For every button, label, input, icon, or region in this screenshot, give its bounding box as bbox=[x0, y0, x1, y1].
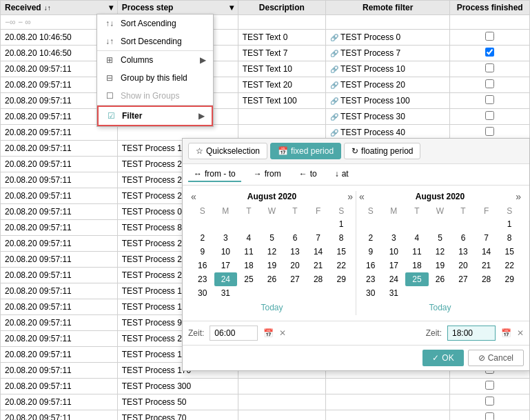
calendar-day[interactable]: 7 bbox=[475, 231, 498, 245]
calendar-day[interactable]: 27 bbox=[283, 272, 307, 286]
table-row[interactable]: 20.08.20 09:57:11 TEST Process 70 bbox=[1, 410, 530, 421]
calendar-day[interactable]: 18 bbox=[237, 259, 261, 272]
cancel-button[interactable]: ⊘ Cancel bbox=[468, 350, 524, 366]
calendar-day[interactable]: 9 bbox=[191, 245, 214, 259]
cell-finished[interactable] bbox=[450, 61, 530, 77]
quickselection-tab[interactable]: ☆ Quickselection bbox=[188, 143, 267, 159]
calendar-day[interactable]: 16 bbox=[191, 259, 214, 272]
cell-finished[interactable] bbox=[450, 93, 530, 109]
calendar-day[interactable]: 30 bbox=[359, 286, 383, 300]
cell-finished[interactable] bbox=[450, 30, 530, 46]
filter-item[interactable]: ☑ Filter ▶ bbox=[97, 106, 213, 126]
calendar-day[interactable]: 31 bbox=[383, 286, 406, 300]
calendar-day[interactable]: 21 bbox=[475, 259, 498, 272]
right-prev-month-button[interactable]: « bbox=[359, 191, 365, 202]
calendar-day[interactable]: 26 bbox=[429, 272, 452, 286]
calendar-day[interactable]: 19 bbox=[429, 259, 452, 272]
calendar-day[interactable]: 17 bbox=[214, 259, 238, 272]
right-time-input[interactable] bbox=[447, 326, 496, 341]
table-row[interactable]: −∞ − ∞ bbox=[1, 15, 530, 30]
cell-finished[interactable] bbox=[450, 46, 530, 61]
from-tab[interactable]: → from bbox=[248, 167, 287, 182]
calendar-day[interactable]: 20 bbox=[451, 259, 475, 272]
group-by-item[interactable]: ⊟ Group by this field bbox=[97, 69, 213, 87]
calendar-day[interactable]: 8 bbox=[498, 231, 521, 245]
calendar-day[interactable]: 25 bbox=[405, 272, 429, 286]
cell-finished[interactable] bbox=[450, 394, 530, 410]
calendar-day[interactable]: 10 bbox=[383, 245, 406, 259]
calendar-day[interactable]: 6 bbox=[451, 231, 475, 245]
calendar-day[interactable]: 13 bbox=[283, 245, 307, 259]
calendar-day[interactable]: 21 bbox=[307, 259, 330, 272]
calendar-day[interactable]: 4 bbox=[405, 231, 429, 245]
table-row[interactable]: 20.08.20 09:57:11 TEST Text 10 🔗 TEST Pr… bbox=[1, 61, 530, 77]
calendar-day[interactable]: 22 bbox=[498, 259, 521, 272]
calendar-day[interactable]: 29 bbox=[329, 272, 353, 286]
calendar-day[interactable]: 3 bbox=[214, 231, 238, 245]
calendar-day[interactable]: 30 bbox=[191, 286, 214, 300]
calendar-day[interactable]: 12 bbox=[261, 245, 284, 259]
calendar-day[interactable]: 2 bbox=[191, 231, 214, 245]
to-tab[interactable]: ← to bbox=[294, 167, 323, 182]
calendar-day[interactable]: 11 bbox=[405, 245, 429, 259]
calendar-day[interactable]: 20 bbox=[283, 259, 307, 272]
left-clear-icon[interactable]: ✕ bbox=[279, 328, 286, 338]
calendar-day[interactable]: 12 bbox=[429, 245, 452, 259]
dropdown-arrow-received[interactable]: ▾ bbox=[109, 3, 113, 12]
cell-finished[interactable] bbox=[450, 77, 530, 93]
col-header-received[interactable]: Received ↓↑ ▾ bbox=[1, 1, 118, 15]
cell-finished[interactable] bbox=[450, 109, 530, 125]
calendar-day[interactable]: 25 bbox=[237, 272, 261, 286]
calendar-day[interactable]: 23 bbox=[359, 272, 383, 286]
calendar-day[interactable]: 22 bbox=[329, 259, 353, 272]
calendar-day[interactable]: 10 bbox=[214, 245, 238, 259]
calendar-day[interactable]: 23 bbox=[191, 272, 214, 286]
fixed-period-tab[interactable]: 📅 fixed period bbox=[270, 143, 341, 159]
calendar-day[interactable]: 31 bbox=[214, 286, 238, 300]
calendar-day[interactable]: 15 bbox=[498, 245, 521, 259]
calendar-day[interactable]: 5 bbox=[429, 231, 452, 245]
columns-item[interactable]: ⊞ Columns ▶ bbox=[97, 51, 213, 69]
sort-descending-item[interactable]: ↓↑ Sort Descending bbox=[97, 32, 213, 50]
calendar-day[interactable]: 27 bbox=[451, 272, 475, 286]
right-next-month-button[interactable]: » bbox=[516, 191, 521, 202]
calendar-day[interactable]: 9 bbox=[359, 245, 383, 259]
calendar-day[interactable]: 19 bbox=[261, 259, 284, 272]
cell-finished[interactable] bbox=[450, 379, 530, 394]
table-row[interactable]: 20.08.20 09:57:11 TEST Process 300 bbox=[1, 379, 530, 394]
table-row[interactable]: 20.08.20 09:57:11 TEST Text 100 🔗 TEST P… bbox=[1, 93, 530, 109]
calendar-day[interactable]: 11 bbox=[237, 245, 261, 259]
calendar-day[interactable]: 14 bbox=[475, 245, 498, 259]
calendar-day[interactable]: 3 bbox=[383, 231, 406, 245]
col-header-process[interactable]: Process step ▾ bbox=[117, 1, 238, 15]
calendar-day[interactable]: 14 bbox=[307, 245, 330, 259]
calendar-day[interactable]: 28 bbox=[307, 272, 330, 286]
calendar-day[interactable]: 4 bbox=[237, 231, 261, 245]
calendar-day[interactable]: 8 bbox=[329, 231, 353, 245]
calendar-day[interactable]: 15 bbox=[329, 245, 353, 259]
left-next-month-button[interactable]: » bbox=[347, 191, 353, 202]
calendar-day[interactable]: 5 bbox=[261, 231, 284, 245]
table-row[interactable]: 20.08.20 09:57:11 TEST Text 20 🔗 TEST Pr… bbox=[1, 77, 530, 93]
calendar-day[interactable]: 2 bbox=[359, 231, 383, 245]
calendar-day[interactable]: 17 bbox=[383, 259, 406, 272]
table-row[interactable]: 20.08.20 09:57:11 🔗 TEST Process 30 bbox=[1, 109, 530, 125]
dropdown-arrow-process[interactable]: ▾ bbox=[230, 3, 234, 12]
cell-finished[interactable] bbox=[450, 410, 530, 421]
right-clear-icon[interactable]: ✕ bbox=[517, 328, 524, 338]
calendar-day[interactable]: 16 bbox=[359, 259, 383, 272]
sort-ascending-item[interactable]: ↑↓ Sort Ascending bbox=[97, 14, 213, 32]
left-today-button[interactable]: Today bbox=[191, 300, 353, 315]
show-in-groups-item[interactable]: ☐ Show in Groups bbox=[97, 87, 213, 105]
table-row[interactable]: 20.08.20 10:46:50 TEST Text 0 🔗 TEST Pro… bbox=[1, 30, 530, 46]
calendar-day[interactable]: 6 bbox=[283, 231, 307, 245]
left-prev-month-button[interactable]: « bbox=[191, 191, 196, 202]
calendar-day[interactable]: 29 bbox=[498, 272, 521, 286]
right-today-button[interactable]: Today bbox=[359, 300, 521, 315]
ok-button[interactable]: ✓ OK bbox=[422, 350, 463, 366]
calendar-day[interactable]: 28 bbox=[475, 272, 498, 286]
left-calendar-icon[interactable]: 📅 bbox=[263, 328, 274, 338]
from-to-tab[interactable]: ↔ from - to bbox=[188, 167, 241, 182]
calendar-day[interactable]: 13 bbox=[451, 245, 475, 259]
calendar-day[interactable]: 1 bbox=[498, 217, 521, 231]
